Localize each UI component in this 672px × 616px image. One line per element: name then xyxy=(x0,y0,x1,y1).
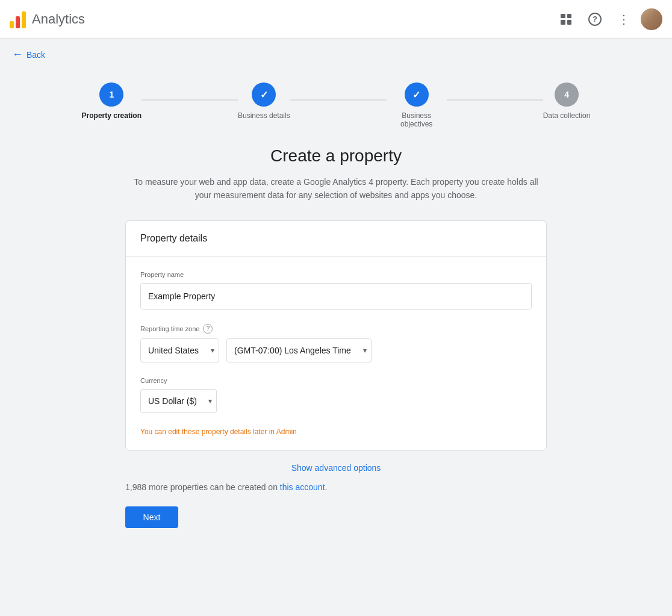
connector-3-4 xyxy=(447,99,543,101)
header-actions: ? ⋮ xyxy=(554,7,662,31)
card-body: Property name Reporting time zone ? Unit… xyxy=(126,257,546,450)
step2-circle: ✓ xyxy=(252,82,276,107)
back-label: Back xyxy=(26,50,45,60)
country-select[interactable]: United States xyxy=(140,338,219,362)
currency-group: Currency US Dollar ($) ▾ xyxy=(140,377,532,413)
advanced-options-label: Show advanced options xyxy=(291,463,381,473)
more-vertical-icon: ⋮ xyxy=(618,12,630,26)
bar1 xyxy=(10,21,14,28)
account-link-text: this account xyxy=(280,482,325,492)
edit-note: You can edit these property details late… xyxy=(140,428,532,436)
currency-label: Currency xyxy=(140,377,532,384)
step2-label: Business details xyxy=(238,111,290,120)
connector-2-3 xyxy=(290,99,387,101)
properties-count-after: . xyxy=(325,482,328,492)
avatar-image xyxy=(641,8,662,30)
more-options-button[interactable]: ⋮ xyxy=(612,7,636,31)
help-button[interactable]: ? xyxy=(583,7,607,31)
card-header-title: Property details xyxy=(140,233,207,243)
step4-label: Data collection xyxy=(543,111,591,120)
timezone-help-icon[interactable]: ? xyxy=(203,324,213,334)
timezone-label: Reporting time zone xyxy=(140,325,199,332)
connector-1-2 xyxy=(142,99,238,101)
app-header: Analytics ? ⋮ xyxy=(0,0,672,39)
step3-checkmark: ✓ xyxy=(412,89,420,101)
property-details-card: Property details Property name Reporting… xyxy=(125,220,547,451)
timezone-group: Reporting time zone ? United States ▾ (G… xyxy=(140,324,532,362)
step4-number: 4 xyxy=(564,90,569,99)
step3-label: Business objectives xyxy=(387,111,447,128)
step-data-collection: 4 Data collection xyxy=(543,82,591,120)
properties-count-before: 1,988 more properties can be created on xyxy=(125,482,280,492)
next-button[interactable]: Next xyxy=(125,506,178,528)
timezone-select-wrapper: (GMT-07:00) Los Angeles Time ▾ xyxy=(226,338,372,362)
bar3 xyxy=(22,11,26,28)
apps-button[interactable] xyxy=(554,7,578,31)
step1-label: Property creation xyxy=(82,111,142,120)
property-name-group: Property name xyxy=(140,271,532,310)
user-avatar[interactable] xyxy=(641,8,662,30)
help-icon: ? xyxy=(588,13,602,26)
logo-area: Analytics xyxy=(10,10,554,28)
step4-circle: 4 xyxy=(555,82,579,107)
currency-select-wrapper: US Dollar ($) ▾ xyxy=(140,389,217,413)
step-business-details: ✓ Business details xyxy=(238,82,290,120)
main-content: ← Back 1 Property creation ✓ Business de… xyxy=(0,39,672,552)
property-name-input[interactable] xyxy=(140,283,532,310)
country-select-wrapper: United States ▾ xyxy=(140,338,219,362)
timezone-row: United States ▾ (GMT-07:00) Los Angeles … xyxy=(140,338,532,362)
stepper: 1 Property creation ✓ Business details ✓… xyxy=(12,70,660,146)
step1-circle: 1 xyxy=(99,82,123,107)
timezone-label-row: Reporting time zone ? xyxy=(140,324,532,334)
grid-icon xyxy=(561,14,571,25)
timezone-select[interactable]: (GMT-07:00) Los Angeles Time xyxy=(226,338,372,362)
step1-number: 1 xyxy=(109,90,114,99)
analytics-logo-icon xyxy=(10,10,26,28)
back-button[interactable]: ← Back xyxy=(12,39,45,70)
back-arrow-icon: ← xyxy=(12,48,23,61)
app-title: Analytics xyxy=(32,11,85,27)
bottom-actions: Next xyxy=(125,506,547,528)
account-link[interactable]: this account xyxy=(280,482,325,492)
step3-circle: ✓ xyxy=(405,82,429,107)
step-business-objectives: ✓ Business objectives xyxy=(387,82,447,128)
page-title: Create a property xyxy=(12,146,660,166)
page-description: To measure your web and app data, create… xyxy=(125,175,547,202)
properties-count-text: 1,988 more properties can be created on … xyxy=(125,482,547,492)
show-advanced-options-button[interactable]: Show advanced options xyxy=(291,463,381,473)
currency-select[interactable]: US Dollar ($) xyxy=(140,389,217,413)
property-name-label: Property name xyxy=(140,271,532,278)
step2-checkmark: ✓ xyxy=(260,89,268,101)
card-header: Property details xyxy=(126,221,546,257)
step-property-creation: 1 Property creation xyxy=(82,82,142,120)
bar2 xyxy=(16,16,20,28)
